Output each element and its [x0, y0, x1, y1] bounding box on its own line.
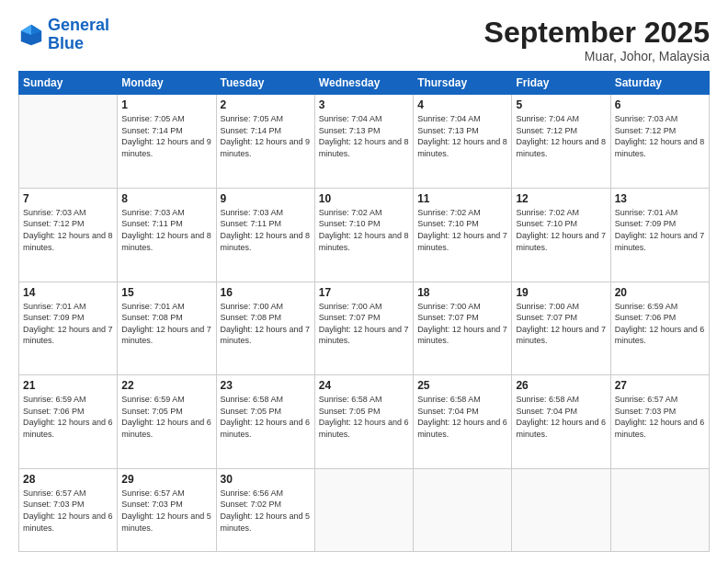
calendar-header: Sunday Monday Tuesday Wednesday Thursday…: [19, 72, 710, 95]
cell-0-0: [19, 95, 118, 189]
cell-4-4: [414, 468, 512, 551]
title-block: September 2025 Muar, Johor, Malaysia: [484, 17, 710, 63]
cell-3-4: 25Sunrise: 6:58 AMSunset: 7:04 PMDayligh…: [414, 375, 512, 469]
cell-info: Sunrise: 7:02 AMSunset: 7:10 PMDaylight:…: [319, 207, 409, 253]
week-row-0: 1Sunrise: 7:05 AMSunset: 7:14 PMDaylight…: [19, 95, 710, 189]
cell-2-4: 18Sunrise: 7:00 AMSunset: 7:07 PMDayligh…: [414, 282, 512, 375]
day-number: 28: [23, 473, 113, 486]
location: Muar, Johor, Malaysia: [484, 49, 710, 63]
day-number: 29: [121, 473, 211, 486]
week-row-1: 7Sunrise: 7:03 AMSunset: 7:12 PMDaylight…: [19, 188, 710, 282]
day-number: 26: [516, 379, 606, 392]
cell-info: Sunrise: 7:03 AMSunset: 7:11 PMDaylight:…: [121, 207, 211, 253]
cell-info: Sunrise: 7:03 AMSunset: 7:12 PMDaylight:…: [615, 113, 705, 159]
cell-4-2: 30Sunrise: 6:56 AMSunset: 7:02 PMDayligh…: [216, 468, 314, 551]
week-row-3: 21Sunrise: 6:59 AMSunset: 7:06 PMDayligh…: [19, 375, 710, 469]
col-tuesday: Tuesday: [216, 72, 314, 95]
cell-3-5: 26Sunrise: 6:58 AMSunset: 7:04 PMDayligh…: [512, 375, 610, 469]
cell-info: Sunrise: 7:01 AMSunset: 7:09 PMDaylight:…: [615, 207, 705, 253]
day-number: 1: [121, 98, 211, 111]
col-monday: Monday: [118, 72, 216, 95]
cell-2-0: 14Sunrise: 7:01 AMSunset: 7:09 PMDayligh…: [19, 282, 118, 375]
cell-info: Sunrise: 6:58 AMSunset: 7:05 PMDaylight:…: [319, 394, 409, 440]
cell-info: Sunrise: 7:03 AMSunset: 7:11 PMDaylight:…: [221, 207, 311, 253]
cell-info: Sunrise: 7:01 AMSunset: 7:08 PMDaylight:…: [121, 301, 211, 347]
cell-info: Sunrise: 7:02 AMSunset: 7:10 PMDaylight:…: [417, 207, 507, 253]
cell-2-2: 16Sunrise: 7:00 AMSunset: 7:08 PMDayligh…: [216, 282, 314, 375]
day-number: 10: [319, 192, 409, 205]
cell-4-6: [610, 468, 709, 551]
cell-info: Sunrise: 6:59 AMSunset: 7:05 PMDaylight:…: [121, 394, 211, 440]
day-number: 5: [516, 98, 606, 111]
day-number: 16: [221, 286, 311, 299]
cell-3-6: 27Sunrise: 6:57 AMSunset: 7:03 PMDayligh…: [610, 375, 709, 469]
day-number: 24: [319, 379, 409, 392]
cell-1-3: 10Sunrise: 7:02 AMSunset: 7:10 PMDayligh…: [314, 188, 413, 282]
day-number: 15: [121, 286, 211, 299]
logo-line1: General: [48, 17, 109, 35]
cell-info: Sunrise: 6:59 AMSunset: 7:06 PMDaylight:…: [615, 301, 705, 347]
cell-4-5: [512, 468, 610, 551]
cell-info: Sunrise: 7:01 AMSunset: 7:09 PMDaylight:…: [23, 301, 113, 347]
header-row: Sunday Monday Tuesday Wednesday Thursday…: [19, 72, 710, 95]
cell-0-4: 4Sunrise: 7:04 AMSunset: 7:13 PMDaylight…: [414, 95, 512, 189]
day-number: 7: [23, 192, 113, 205]
cell-info: Sunrise: 7:04 AMSunset: 7:13 PMDaylight:…: [319, 113, 409, 159]
cell-info: Sunrise: 7:04 AMSunset: 7:12 PMDaylight:…: [516, 113, 606, 159]
day-number: 11: [417, 192, 507, 205]
cell-info: Sunrise: 6:58 AMSunset: 7:04 PMDaylight:…: [417, 394, 507, 440]
cell-1-6: 13Sunrise: 7:01 AMSunset: 7:09 PMDayligh…: [610, 188, 709, 282]
cell-4-0: 28Sunrise: 6:57 AMSunset: 7:03 PMDayligh…: [19, 468, 118, 551]
day-number: 4: [417, 98, 507, 111]
logo-general: General: [48, 16, 109, 34]
logo-icon: [18, 22, 44, 48]
cell-info: Sunrise: 6:58 AMSunset: 7:05 PMDaylight:…: [221, 394, 311, 440]
cell-1-4: 11Sunrise: 7:02 AMSunset: 7:10 PMDayligh…: [414, 188, 512, 282]
cell-info: Sunrise: 7:04 AMSunset: 7:13 PMDaylight:…: [417, 113, 507, 159]
cell-2-1: 15Sunrise: 7:01 AMSunset: 7:08 PMDayligh…: [118, 282, 216, 375]
cell-4-3: [314, 468, 413, 551]
col-saturday: Saturday: [610, 72, 709, 95]
cell-2-5: 19Sunrise: 7:00 AMSunset: 7:07 PMDayligh…: [512, 282, 610, 375]
col-friday: Friday: [512, 72, 610, 95]
cell-info: Sunrise: 7:00 AMSunset: 7:07 PMDaylight:…: [417, 301, 507, 347]
week-row-4: 28Sunrise: 6:57 AMSunset: 7:03 PMDayligh…: [19, 468, 710, 551]
day-number: 14: [23, 286, 113, 299]
col-sunday: Sunday: [19, 72, 118, 95]
cell-3-2: 23Sunrise: 6:58 AMSunset: 7:05 PMDayligh…: [216, 375, 314, 469]
cell-4-1: 29Sunrise: 6:57 AMSunset: 7:03 PMDayligh…: [118, 468, 216, 551]
cell-info: Sunrise: 6:58 AMSunset: 7:04 PMDaylight:…: [516, 394, 606, 440]
col-thursday: Thursday: [414, 72, 512, 95]
cell-info: Sunrise: 7:00 AMSunset: 7:07 PMDaylight:…: [319, 301, 409, 347]
cell-info: Sunrise: 7:00 AMSunset: 7:07 PMDaylight:…: [516, 301, 606, 347]
cell-2-6: 20Sunrise: 6:59 AMSunset: 7:06 PMDayligh…: [610, 282, 709, 375]
cell-0-1: 1Sunrise: 7:05 AMSunset: 7:14 PMDaylight…: [118, 95, 216, 189]
day-number: 9: [221, 192, 311, 205]
calendar-body: 1Sunrise: 7:05 AMSunset: 7:14 PMDaylight…: [19, 95, 710, 552]
cell-info: Sunrise: 7:03 AMSunset: 7:12 PMDaylight:…: [23, 207, 113, 253]
cell-info: Sunrise: 7:02 AMSunset: 7:10 PMDaylight:…: [516, 207, 606, 253]
cell-3-3: 24Sunrise: 6:58 AMSunset: 7:05 PMDayligh…: [314, 375, 413, 469]
day-number: 23: [221, 379, 311, 392]
day-number: 30: [221, 473, 311, 486]
cell-2-3: 17Sunrise: 7:00 AMSunset: 7:07 PMDayligh…: [314, 282, 413, 375]
month-title: September 2025: [484, 17, 710, 49]
cell-info: Sunrise: 6:57 AMSunset: 7:03 PMDaylight:…: [23, 488, 113, 534]
day-number: 3: [319, 98, 409, 111]
day-number: 22: [121, 379, 211, 392]
cell-info: Sunrise: 6:57 AMSunset: 7:03 PMDaylight:…: [121, 488, 211, 534]
day-number: 17: [319, 286, 409, 299]
cell-info: Sunrise: 7:05 AMSunset: 7:14 PMDaylight:…: [221, 113, 311, 159]
cell-info: Sunrise: 7:05 AMSunset: 7:14 PMDaylight:…: [121, 113, 211, 159]
header: General Blue September 2025 Muar, Johor,…: [18, 17, 710, 63]
logo-line2: Blue: [48, 35, 109, 53]
cell-info: Sunrise: 6:56 AMSunset: 7:02 PMDaylight:…: [221, 488, 311, 534]
page: General Blue September 2025 Muar, Johor,…: [0, 0, 728, 563]
day-number: 21: [23, 379, 113, 392]
cell-info: Sunrise: 7:00 AMSunset: 7:08 PMDaylight:…: [221, 301, 311, 347]
week-row-2: 14Sunrise: 7:01 AMSunset: 7:09 PMDayligh…: [19, 282, 710, 375]
logo: General Blue: [18, 17, 109, 53]
cell-1-0: 7Sunrise: 7:03 AMSunset: 7:12 PMDaylight…: [19, 188, 118, 282]
cell-0-6: 6Sunrise: 7:03 AMSunset: 7:12 PMDaylight…: [610, 95, 709, 189]
day-number: 20: [615, 286, 705, 299]
